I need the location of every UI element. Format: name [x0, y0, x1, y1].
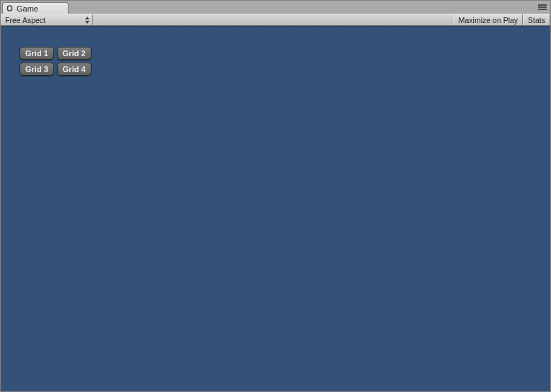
grid-button-group: Grid 1 Grid 2 Grid 3 Grid 4 [19, 47, 92, 76]
unity-logo-icon [6, 4, 14, 12]
maximize-on-play-toggle[interactable]: Maximize on Play [454, 14, 523, 25]
tab-label: Game [17, 4, 38, 13]
grid-2-button[interactable]: Grid 2 [57, 47, 92, 60]
tab-bar: Game [1, 1, 550, 14]
aspect-ratio-dropdown[interactable]: Free Aspect [1, 14, 93, 25]
stats-label: Stats [528, 16, 545, 24]
grid-1-button[interactable]: Grid 1 [19, 47, 54, 60]
game-viewport: Grid 1 Grid 2 Grid 3 Grid 4 [1, 26, 550, 391]
toolbar-spacer [93, 14, 454, 25]
stats-toggle[interactable]: Stats [523, 14, 550, 25]
tab-game[interactable]: Game [2, 2, 69, 14]
panel-menu-button[interactable] [537, 3, 547, 12]
game-panel: Game Free Aspect Maximize on Play [0, 0, 551, 392]
maximize-label: Maximize on Play [459, 16, 518, 24]
updown-icon [84, 16, 90, 24]
grid-4-button[interactable]: Grid 4 [57, 63, 92, 76]
game-toolbar: Free Aspect Maximize on Play Stats [1, 14, 550, 26]
svg-rect-1 [538, 6, 547, 8]
svg-rect-0 [538, 4, 547, 6]
aspect-ratio-value: Free Aspect [5, 16, 45, 24]
grid-3-button[interactable]: Grid 3 [19, 63, 54, 76]
svg-rect-2 [538, 9, 547, 10]
